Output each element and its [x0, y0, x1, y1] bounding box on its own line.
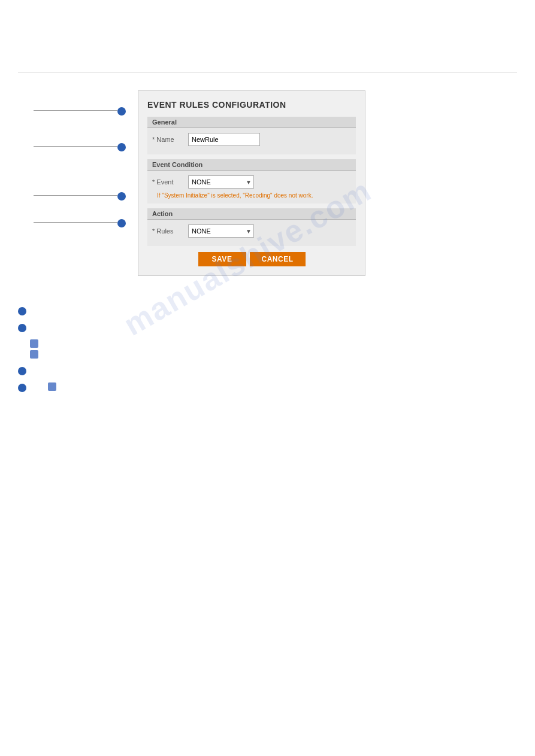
- event-condition-label: Event Condition: [152, 161, 202, 168]
- rules-label: Rules: [152, 227, 188, 235]
- bottom-row-4: [18, 382, 517, 393]
- bottom-icon-row-1: [18, 339, 517, 348]
- annotation-dot-2: [117, 143, 126, 151]
- bottom-icon-row-2: [18, 350, 517, 359]
- main-content: EVENT RULES CONFIGURATION General Name: [0, 90, 535, 276]
- save-button[interactable]: SAVE: [198, 252, 246, 266]
- annotation-dot-1: [117, 107, 126, 116]
- action-label: Action: [152, 210, 173, 217]
- config-panel-wrapper: EVENT RULES CONFIGURATION General Name: [138, 90, 517, 276]
- action-section: Action Rules NONE Rule 1 Rule 2: [147, 208, 356, 246]
- event-field-row: Event NONE System Initialize Manual Trig…: [152, 175, 351, 189]
- general-label: General: [152, 119, 177, 126]
- action-section-header: Action: [147, 208, 356, 219]
- top-divider: [18, 72, 517, 72]
- small-icon-2: [30, 350, 38, 359]
- small-icon-3: [48, 382, 56, 391]
- name-field-row: Name: [152, 133, 351, 146]
- rules-field-row: Rules NONE Rule 1 Rule 2 ▼: [152, 224, 351, 238]
- bottom-row-1: [18, 306, 517, 315]
- bottom-section: [0, 294, 535, 393]
- general-section: General Name: [147, 117, 356, 154]
- annotation-dot-4: [117, 219, 126, 227]
- rules-select-wrapper: NONE Rule 1 Rule 2 ▼: [188, 224, 254, 238]
- cancel-button[interactable]: CANCEL: [250, 252, 306, 266]
- bottom-dot-1: [18, 307, 26, 315]
- bottom-dot-2: [18, 324, 26, 332]
- panel-title: EVENT RULES CONFIGURATION: [147, 100, 356, 110]
- bottom-row-2: [18, 323, 517, 332]
- event-select[interactable]: NONE System Initialize Manual Trigger Mo…: [188, 175, 254, 189]
- event-label: Event: [152, 178, 188, 186]
- general-section-header: General: [147, 117, 356, 127]
- name-input[interactable]: [188, 133, 260, 146]
- action-section-body: Rules NONE Rule 1 Rule 2 ▼: [147, 220, 356, 246]
- event-select-wrapper: NONE System Initialize Manual Trigger Mo…: [188, 175, 254, 189]
- bottom-dot-3: [18, 367, 26, 375]
- event-condition-section: Event Condition Event NONE System Initia…: [147, 159, 356, 204]
- small-icon-1: [30, 339, 38, 348]
- rules-select[interactable]: NONE Rule 1 Rule 2: [188, 224, 254, 238]
- bottom-dot-4: [18, 384, 26, 392]
- annotation-dot-3: [117, 192, 126, 201]
- page-container: manualshive.com: [0, 0, 535, 756]
- bottom-row-3: [18, 366, 517, 375]
- button-row: SAVE CANCEL: [147, 252, 356, 266]
- event-condition-header: Event Condition: [147, 159, 356, 170]
- event-condition-body: Event NONE System Initialize Manual Trig…: [147, 171, 356, 204]
- name-label: Name: [152, 136, 188, 143]
- event-warning: If "System Initialize" is selected, "Rec…: [157, 192, 351, 199]
- annotation-column: [18, 90, 138, 276]
- general-section-body: Name: [147, 128, 356, 154]
- config-panel: EVENT RULES CONFIGURATION General Name: [138, 90, 365, 276]
